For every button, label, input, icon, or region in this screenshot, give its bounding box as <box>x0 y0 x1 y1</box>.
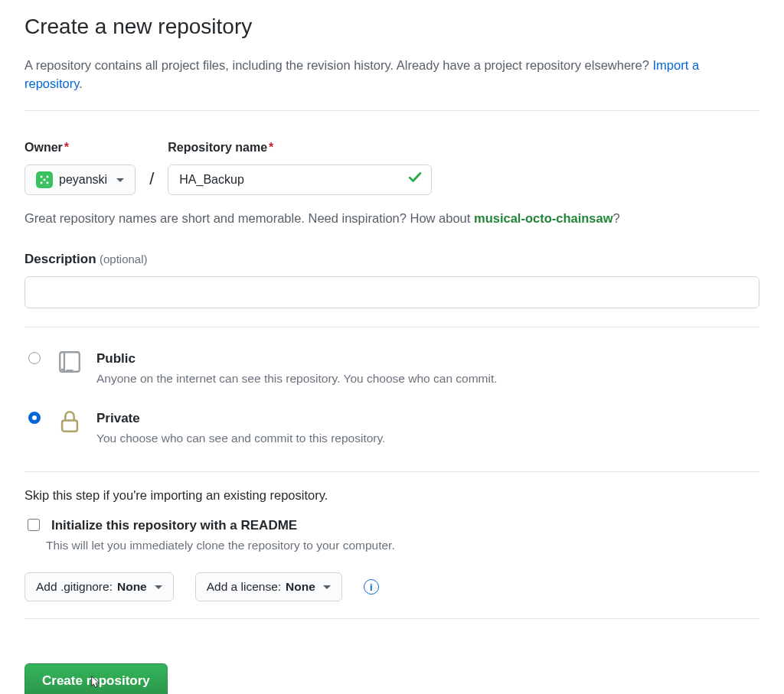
add-license-dropdown[interactable]: Add a license: None <box>195 572 342 601</box>
divider <box>24 110 760 111</box>
initialize-readme-label: Initialize this repository with a README <box>51 516 297 536</box>
visibility-public-title: Public <box>96 349 498 369</box>
cursor-icon <box>90 675 103 689</box>
license-value: None <box>286 580 315 594</box>
visibility-private-sub: You choose who can see and commit to thi… <box>96 429 385 447</box>
visibility-public-radio[interactable] <box>28 352 41 364</box>
create-repository-button[interactable]: Create repository <box>24 663 168 694</box>
info-icon[interactable]: i <box>364 579 379 595</box>
description-input[interactable] <box>24 276 760 308</box>
skip-step-line: Skip this step if you're importing an ex… <box>24 486 760 505</box>
visibility-private-radio[interactable] <box>28 412 41 424</box>
visibility-private-title: Private <box>96 409 385 428</box>
svg-rect-1 <box>47 176 49 178</box>
owner-dropdown[interactable]: peyanski <box>24 165 136 195</box>
slash-separator: / <box>149 166 154 191</box>
page-title: Create a new repository <box>24 11 760 43</box>
check-icon <box>407 170 423 191</box>
gitignore-prefix: Add .gitignore: <box>36 580 113 594</box>
svg-rect-6 <box>62 421 77 432</box>
divider <box>24 327 760 327</box>
owner-label: Owner* <box>24 138 136 157</box>
repo-name-label: Repository name* <box>168 138 432 157</box>
description-label: Description <box>24 252 96 266</box>
owner-value: peyanski <box>59 173 107 187</box>
owner-avatar-icon <box>36 171 53 188</box>
caret-down-icon <box>116 178 124 182</box>
svg-rect-3 <box>47 182 49 184</box>
caret-down-icon <box>323 585 331 589</box>
license-prefix: Add a license: <box>207 580 281 594</box>
caret-down-icon <box>155 585 162 589</box>
description-optional: (optional) <box>100 253 148 266</box>
visibility-public-sub: Anyone on the internet can see this repo… <box>96 370 498 387</box>
divider <box>24 618 760 619</box>
repo-name-input[interactable] <box>168 165 432 195</box>
svg-rect-4 <box>44 179 46 181</box>
divider <box>24 471 760 472</box>
subtitle-text: A repository contains all project files,… <box>24 58 653 72</box>
svg-rect-2 <box>41 182 43 184</box>
svg-rect-0 <box>41 176 43 178</box>
initialize-readme-sub: This will let you immediately clone the … <box>46 536 760 554</box>
repo-name-hint: Great repository names are short and mem… <box>24 209 760 228</box>
page-subtitle: A repository contains all project files,… <box>24 56 760 94</box>
repo-icon <box>57 349 83 375</box>
add-gitignore-dropdown[interactable]: Add .gitignore: None <box>24 572 174 601</box>
subtitle-suffix: . <box>79 77 83 90</box>
repo-name-suggestion[interactable]: musical-octo-chainsaw <box>474 211 613 225</box>
initialize-readme-checkbox[interactable] <box>28 519 40 531</box>
lock-icon <box>57 409 83 435</box>
gitignore-value: None <box>117 580 147 594</box>
